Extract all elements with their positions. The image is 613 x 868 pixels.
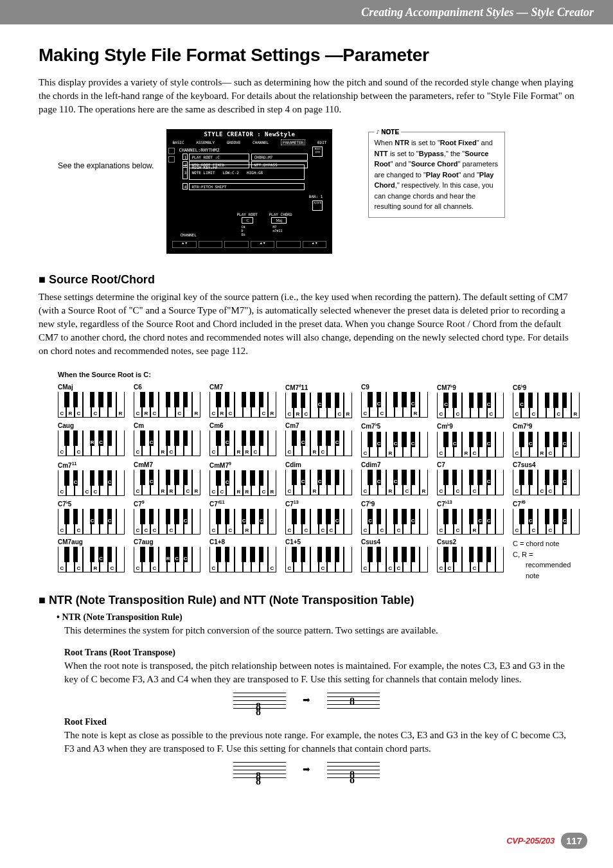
model-label: CVP-205/203 xyxy=(506,836,555,846)
page-number: 117 xyxy=(561,833,587,849)
ntr-bullet: NTR (Note Transposition Rule) xyxy=(57,612,574,623)
channel-btn-label: CHANNEL xyxy=(180,233,196,237)
bottom-btn-5 xyxy=(276,241,301,248)
lcd-screenshot: STYLE CREATOR : NewStyle BASIC ASSEMBLY … xyxy=(166,129,332,254)
bottom-btn-6: ▲▼ xyxy=(303,241,327,248)
lcd-tabs: BASIC ASSEMBLY GROOVE CHANNEL PARAMETER … xyxy=(167,139,332,145)
note-header: ♪ NOTE xyxy=(374,127,401,137)
section-ntr-ntt: NTR (Note Transposition Rule) and NTT (N… xyxy=(39,594,574,607)
play-root-value: C xyxy=(242,217,253,224)
param-low: LOW:C-2 xyxy=(223,170,239,175)
channel-label: CHANNEL:RHYTHM2 xyxy=(179,148,326,153)
staff-illustration-2: 88 ➡ 8o xyxy=(39,758,574,780)
note-label: NOTE xyxy=(381,127,399,137)
note-icon: ♪ xyxy=(376,128,379,136)
bar-label: BAR: 1 xyxy=(309,194,323,199)
page-heading: Making Style File Format Settings —Param… xyxy=(39,45,574,66)
figure-area: See the explanations below. STYLE CREATO… xyxy=(58,129,574,254)
play-chord-value: Maj xyxy=(271,217,287,224)
header-bar: Creating Accompaniment Styles — Style Cr… xyxy=(0,0,613,24)
root-fixed-heading: Root Fixed xyxy=(64,717,574,727)
tab-edit: EDIT xyxy=(317,140,326,145)
page-footer: CVP-205/203 117 xyxy=(506,833,587,849)
param-play-root: PLAY ROOT :C xyxy=(189,154,249,161)
chord-grid-header: When the Source Root is C: xyxy=(58,371,574,378)
param-chord: CHORD:M7 xyxy=(251,154,308,161)
header-title: Creating Accompaniment Styles — Style Cr… xyxy=(361,6,594,19)
save-icon: SAVE xyxy=(312,200,323,211)
legend-line-1: C = chord note xyxy=(513,540,559,547)
tab-parameter: PARAMETER xyxy=(281,139,306,145)
bottom-btn-1: ▲▼ xyxy=(172,241,197,248)
bottom-btn-2 xyxy=(199,241,223,248)
tab-channel: CHANNEL xyxy=(253,140,269,145)
source-root-paragraph: These settings determine the original ke… xyxy=(39,290,574,358)
root-fixed-text: The note is kept as close as possible to… xyxy=(64,729,574,756)
tab-groove: GROOVE xyxy=(227,140,241,145)
play-root-label: PLAY ROOT xyxy=(236,212,258,217)
root-trans-text: When the root note is transposed, the pi… xyxy=(64,659,574,686)
side-icon-2 xyxy=(168,156,175,163)
figure-caption: See the explanations below. xyxy=(58,161,154,170)
param-note-limit: NOTE LIMIT xyxy=(191,170,215,175)
rec-ch-icon: REC CH xyxy=(312,146,323,157)
arrow-icon: ➡ xyxy=(303,695,310,705)
bottom-btn-4: ▲▼ xyxy=(251,241,275,248)
chord-grid: CMajCRCCRC6CRCCRCM7CRCCRCM7♯11CRCCRCC9CC… xyxy=(58,384,574,581)
section-source-root: Source Root/Chord xyxy=(39,273,574,287)
param-high-key: HIGH KEY:F# xyxy=(191,165,217,170)
tab-basic: BASIC xyxy=(172,140,184,145)
play-chord-label: PLAY CHORD xyxy=(269,212,292,217)
ntr-bullet-desc: This determines the system for pitch con… xyxy=(64,624,574,637)
tab-assembly: ASSEMBLY xyxy=(196,140,215,145)
param-high: HIGH:G8 xyxy=(247,170,263,175)
intro-paragraph: This display provides a variety of style… xyxy=(39,76,574,116)
lcd-title: STYLE CREATOR : NewStyle xyxy=(167,130,332,139)
param-rtr: RTR:PITCH SHIFT xyxy=(189,183,305,190)
side-icon-1 xyxy=(168,148,175,154)
staff-illustration-1: 88 ➡ 8 xyxy=(39,689,574,711)
root-trans-heading: Root Trans (Root Transpose) xyxy=(64,648,574,658)
legend-line-2: C, R = recommended note xyxy=(513,549,580,581)
arrow-icon: ➡ xyxy=(303,764,310,775)
bottom-btn-3 xyxy=(224,241,249,248)
note-body: When NTR is set to "Root Fixed" and NTT … xyxy=(374,137,499,212)
note-box: ♪ NOTE When NTR is set to "Root Fixed" a… xyxy=(368,132,505,218)
